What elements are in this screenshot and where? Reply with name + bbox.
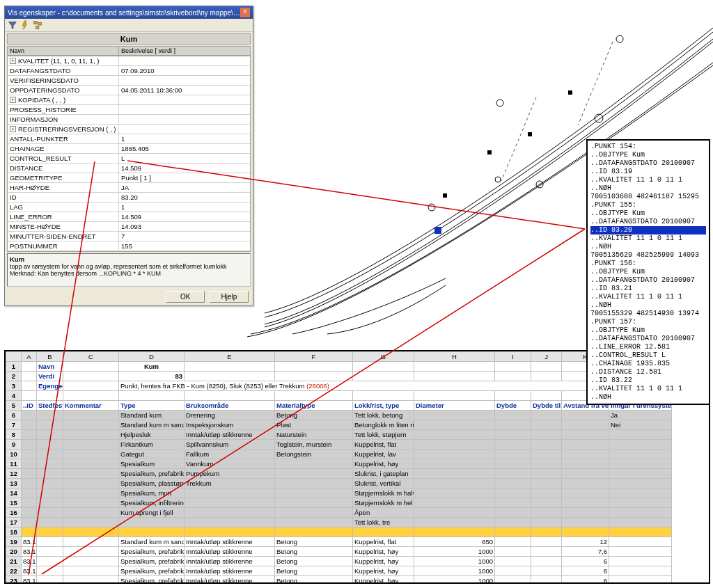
- row-header[interactable]: 2: [6, 372, 22, 381]
- cell[interactable]: Kuppelrist, flat: [353, 440, 414, 450]
- cell[interactable]: [531, 547, 562, 557]
- cell[interactable]: [63, 518, 119, 527]
- cell[interactable]: [609, 440, 672, 450]
- row-header[interactable]: 13: [6, 479, 22, 488]
- cell[interactable]: [562, 420, 609, 430]
- property-row[interactable]: CONTROL_RESULTL: [8, 154, 250, 164]
- cell[interactable]: [495, 469, 531, 479]
- property-value[interactable]: 14.093: [119, 222, 250, 231]
- cell[interactable]: [495, 576, 531, 585]
- cell[interactable]: [37, 566, 63, 576]
- cell[interactable]: [275, 518, 353, 527]
- cell[interactable]: Inspeksjonskum: [185, 420, 275, 430]
- property-row[interactable]: CHAINAGE1865.405: [8, 144, 250, 154]
- cell[interactable]: [22, 362, 37, 372]
- cell[interactable]: [495, 420, 531, 430]
- cell[interactable]: [609, 450, 672, 459]
- column-header[interactable]: H: [414, 352, 495, 362]
- cell[interactable]: [609, 547, 672, 557]
- cell[interactable]: Betong: [275, 411, 353, 420]
- cell[interactable]: [63, 372, 119, 381]
- cell[interactable]: [414, 372, 495, 381]
- cell[interactable]: [185, 362, 275, 372]
- cell[interactable]: Kuppelrist, høy: [353, 566, 414, 576]
- cell[interactable]: 7,6: [562, 547, 609, 557]
- column-header[interactable]: D: [119, 352, 185, 362]
- row-header[interactable]: 3: [6, 381, 22, 391]
- cell[interactable]: [495, 459, 531, 469]
- cell[interactable]: [63, 566, 119, 576]
- cell[interactable]: [275, 488, 353, 498]
- cell[interactable]: [353, 527, 414, 537]
- cell[interactable]: [37, 430, 63, 440]
- row-header[interactable]: 15: [6, 498, 22, 508]
- cell[interactable]: [562, 518, 609, 527]
- cell[interactable]: 1000: [414, 566, 495, 576]
- cell[interactable]: [22, 411, 37, 420]
- cell[interactable]: [414, 420, 495, 430]
- cell[interactable]: [22, 479, 37, 488]
- cell[interactable]: [531, 469, 562, 479]
- property-value[interactable]: 1865.405: [119, 144, 250, 153]
- cell[interactable]: [562, 479, 609, 488]
- cell[interactable]: [37, 527, 63, 537]
- cell[interactable]: [562, 508, 609, 518]
- property-value[interactable]: [119, 76, 250, 85]
- cell[interactable]: [275, 362, 353, 372]
- cell[interactable]: Drenering: [185, 411, 275, 420]
- cell[interactable]: [531, 557, 562, 566]
- cell[interactable]: Kuppelrist, høy: [353, 557, 414, 566]
- cell[interactable]: [609, 488, 672, 498]
- row-header[interactable]: 17: [6, 518, 22, 527]
- cell[interactable]: [495, 372, 531, 381]
- cell[interactable]: [63, 557, 119, 566]
- cell[interactable]: [414, 450, 495, 459]
- cell[interactable]: [37, 479, 63, 488]
- cell[interactable]: Betongstein: [275, 450, 353, 459]
- cell[interactable]: Spesialkum, murt: [119, 488, 185, 498]
- field-header[interactable]: Type: [119, 401, 185, 411]
- cell[interactable]: [562, 450, 609, 459]
- cell[interactable]: Spesialkum, plasstøpt: [119, 479, 185, 488]
- cell[interactable]: [414, 430, 495, 440]
- cell[interactable]: 1000: [414, 557, 495, 566]
- field-header[interactable]: Stedfesting: [37, 401, 63, 411]
- cell[interactable]: Spesialkum, prefabrikkert: [119, 557, 185, 566]
- cell[interactable]: Kuppelrist, flat: [353, 537, 414, 547]
- cell[interactable]: [562, 498, 609, 508]
- cell[interactable]: Standard kum m sandfang: [119, 420, 185, 430]
- cell[interactable]: [609, 576, 672, 585]
- cell[interactable]: [609, 498, 672, 508]
- cell[interactable]: [119, 527, 185, 537]
- label-cell[interactable]: Egengeometri: [37, 381, 63, 391]
- cell[interactable]: Nei: [609, 420, 672, 430]
- property-value[interactable]: 7: [119, 232, 250, 241]
- field-header[interactable]: ..ID: [22, 401, 37, 411]
- cell[interactable]: [531, 527, 562, 537]
- cell[interactable]: [495, 527, 531, 537]
- cell[interactable]: [495, 450, 531, 459]
- cell[interactable]: [275, 469, 353, 479]
- cell[interactable]: [495, 362, 531, 372]
- row-header[interactable]: 21: [6, 557, 22, 566]
- cell[interactable]: [22, 440, 37, 450]
- cell[interactable]: [495, 547, 531, 557]
- cell[interactable]: [414, 469, 495, 479]
- cell[interactable]: [414, 479, 495, 488]
- cell[interactable]: Standard kum m sandfang: [119, 537, 185, 547]
- property-value[interactable]: [119, 115, 250, 124]
- cell[interactable]: Pumpekum: [185, 469, 275, 479]
- cell[interactable]: [63, 362, 119, 372]
- dialog-titlebar[interactable]: Vis egenskaper - c:\documents and settin…: [5, 6, 253, 19]
- property-value[interactable]: L: [119, 154, 250, 163]
- property-value[interactable]: 1: [119, 202, 250, 212]
- cell[interactable]: [185, 508, 275, 518]
- row-header[interactable]: 9: [6, 440, 22, 450]
- row-header[interactable]: 16: [6, 508, 22, 518]
- property-value[interactable]: 07.09.2010: [119, 66, 250, 75]
- cell[interactable]: [531, 488, 562, 498]
- property-row[interactable]: LINE_ERROR14.509: [8, 212, 250, 222]
- row-header[interactable]: 23: [6, 576, 22, 585]
- cell[interactable]: [63, 479, 119, 488]
- label-cell[interactable]: Verdi: [37, 372, 63, 381]
